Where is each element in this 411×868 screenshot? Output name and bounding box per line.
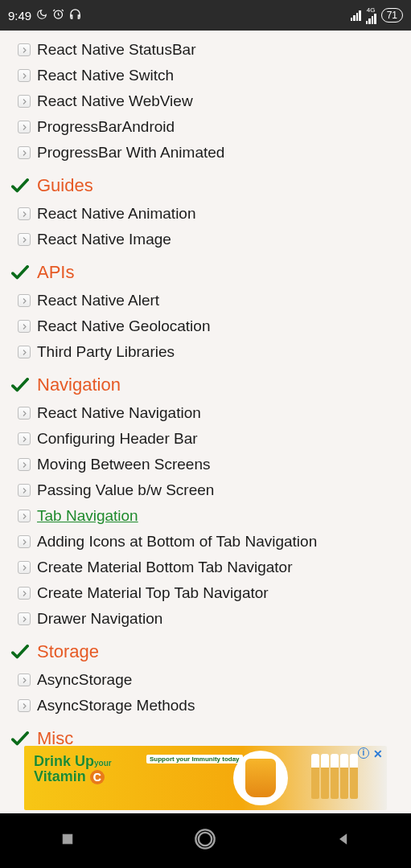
arrow-right-icon xyxy=(18,320,31,333)
list-item[interactable]: Tab Navigation xyxy=(11,503,400,529)
list-item[interactable]: Drawer Navigation xyxy=(11,606,400,632)
item-label: React Native Animation xyxy=(37,205,196,223)
section-header[interactable]: APIs xyxy=(11,262,400,283)
list-item[interactable]: AsyncStorage Methods xyxy=(11,693,400,719)
check-icon xyxy=(11,378,29,392)
list-item[interactable]: React Native Navigation xyxy=(11,400,400,426)
status-time: 9:49 xyxy=(8,9,31,23)
ad-banner[interactable]: Drink Upyour Vitamin C Support your Immu… xyxy=(24,746,387,810)
ad-tagline: Support your Immunity today xyxy=(146,755,243,764)
item-label: AsyncStorage xyxy=(37,671,132,689)
network-4g-icon: 4G xyxy=(366,7,376,24)
item-label: ProgressBar With Animated xyxy=(37,144,224,162)
headphones-icon xyxy=(69,8,81,23)
check-icon xyxy=(11,265,29,280)
list-item[interactable]: React Native StatusBar xyxy=(11,37,400,63)
item-label: AsyncStorage Methods xyxy=(37,697,195,714)
arrow-right-icon xyxy=(18,95,31,108)
item-label: Create Material Top Tab Navigator xyxy=(37,584,269,602)
section-title: Guides xyxy=(37,175,93,196)
alarm-icon xyxy=(52,8,64,23)
section-title: Storage xyxy=(37,641,99,662)
nav-recent-icon[interactable] xyxy=(60,831,76,850)
check-icon xyxy=(11,731,29,746)
list-item[interactable]: Create Material Top Tab Navigator xyxy=(11,580,400,606)
nav-back-icon[interactable] xyxy=(335,831,351,850)
arrow-right-icon xyxy=(18,699,31,712)
list-item[interactable]: Configuring Header Bar xyxy=(11,426,400,452)
list-item[interactable]: React Native Geolocation xyxy=(11,313,400,339)
arrow-right-icon xyxy=(18,207,31,220)
section-title: APIs xyxy=(37,262,74,283)
item-label: Drawer Navigation xyxy=(37,610,162,628)
list-item[interactable]: React Native Image xyxy=(11,227,400,252)
ad-close-icon[interactable]: ✕ xyxy=(372,747,384,760)
list-item[interactable]: React Native Animation xyxy=(11,201,400,227)
arrow-right-icon xyxy=(18,510,31,522)
item-label: Tab Navigation xyxy=(37,507,138,525)
list-item[interactable]: Third Party Libraries xyxy=(11,339,400,365)
status-right: 4G 71 xyxy=(351,7,403,24)
arrow-right-icon xyxy=(18,458,31,471)
item-label: Adding Icons at Bottom of Tab Navigation xyxy=(37,533,317,551)
arrow-right-icon xyxy=(18,146,31,159)
list-item[interactable]: Passing Value b/w Screen xyxy=(11,477,400,503)
item-label: React Native Geolocation xyxy=(37,317,210,335)
arrow-right-icon xyxy=(18,674,31,686)
ad-bottles-image xyxy=(311,754,358,799)
item-label: Configuring Header Bar xyxy=(37,430,198,448)
item-label: React Native Switch xyxy=(37,67,174,84)
arrow-right-icon xyxy=(18,233,31,246)
section-header[interactable]: Storage xyxy=(11,641,400,662)
arrow-right-icon xyxy=(18,587,31,600)
section-header[interactable]: Guides xyxy=(11,175,400,196)
arrow-right-icon xyxy=(18,121,31,133)
svg-rect-1 xyxy=(63,834,72,844)
item-label: ProgressBarAndroid xyxy=(37,118,175,136)
list-item[interactable]: Moving Between Screens xyxy=(11,452,400,477)
arrow-right-icon xyxy=(18,43,31,56)
list-item[interactable]: ProgressBar With Animated xyxy=(11,140,400,166)
arrow-right-icon xyxy=(18,535,31,548)
list-item[interactable]: Adding Icons at Bottom of Tab Navigation xyxy=(11,529,400,555)
arrow-right-icon xyxy=(18,346,31,358)
arrow-right-icon xyxy=(18,294,31,307)
content-scroll[interactable]: React Native StatusBarReact Native Switc… xyxy=(0,31,411,749)
moon-icon xyxy=(36,9,47,23)
arrow-right-icon xyxy=(18,561,31,574)
ad-headline: Drink Upyour Vitamin C xyxy=(34,754,112,784)
arrow-right-icon xyxy=(18,432,31,445)
nav-home-icon[interactable] xyxy=(194,828,216,854)
android-nav-bar xyxy=(0,813,411,868)
item-label: React Native StatusBar xyxy=(37,41,195,59)
list-item[interactable]: React Native Alert xyxy=(11,288,400,313)
ad-product-image xyxy=(233,751,288,805)
item-label: Create Material Bottom Tab Navigator xyxy=(37,559,293,576)
check-icon xyxy=(11,645,29,659)
list-item[interactable]: React Native Switch xyxy=(11,63,400,88)
item-label: React Native Image xyxy=(37,231,171,248)
svg-point-3 xyxy=(199,833,212,845)
item-label: Third Party Libraries xyxy=(37,343,175,361)
section-title: Navigation xyxy=(37,375,121,395)
arrow-right-icon xyxy=(18,69,31,82)
check-icon xyxy=(11,178,29,193)
arrow-right-icon xyxy=(18,612,31,625)
item-label: Moving Between Screens xyxy=(37,456,210,473)
list-item[interactable]: ProgressBarAndroid xyxy=(11,114,400,140)
list-item[interactable]: Create Material Bottom Tab Navigator xyxy=(11,555,400,580)
status-left: 9:49 xyxy=(8,8,81,23)
signal-icon xyxy=(351,10,361,21)
list-item[interactable]: AsyncStorage xyxy=(11,667,400,693)
ad-info-icon[interactable]: i xyxy=(358,747,369,759)
section-header[interactable]: Navigation xyxy=(11,375,400,395)
item-label: React Native Alert xyxy=(37,292,159,309)
status-bar: 9:49 4G 71 xyxy=(0,0,411,31)
battery-indicator: 71 xyxy=(381,8,403,23)
item-label: React Native WebView xyxy=(37,92,193,110)
list-item[interactable]: React Native WebView xyxy=(11,88,400,114)
vitamin-c-icon: C xyxy=(90,770,105,784)
item-label: Passing Value b/w Screen xyxy=(37,481,214,499)
arrow-right-icon xyxy=(18,407,31,420)
item-label: React Native Navigation xyxy=(37,404,201,422)
